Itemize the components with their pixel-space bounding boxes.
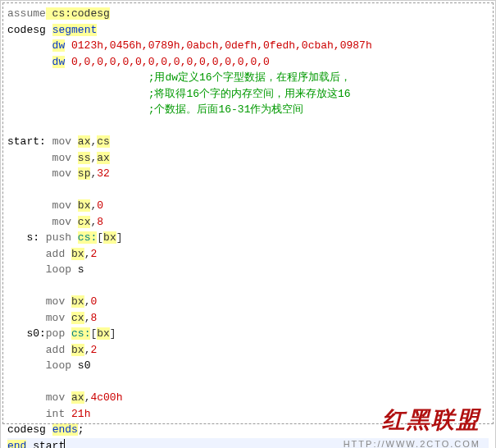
line-loop-s0: loop s0	[7, 358, 489, 374]
line-mov-cx-8-b: mov cx,8	[7, 310, 489, 327]
line-loop-s: loop s	[7, 262, 489, 278]
mnemonic: loop	[46, 359, 71, 372]
num: 32	[97, 167, 110, 180]
loop-target: s0	[78, 359, 91, 372]
blank	[7, 374, 489, 391]
mnemonic: mov	[52, 216, 71, 228]
label-s0: s0:	[26, 327, 45, 340]
watermark-logo: 红黑联盟	[382, 403, 480, 437]
comment: ;个数据。后面16-31作为栈空间	[148, 103, 304, 116]
reg: bx	[97, 327, 110, 340]
num: 2	[90, 344, 97, 356]
dw2-args: 0,0,0,0,0,0,0,0,0,0,0,0,0,0,0,0	[65, 56, 270, 68]
dw1-args: 0123h,0456h,0789h,0abch,0defh,0fedh,0cba…	[65, 39, 371, 52]
kw-segment: segment	[52, 24, 98, 36]
line-s0-pop: s0:pop cs:[bx]	[7, 326, 489, 342]
text-caret	[64, 439, 65, 448]
line-mov-bx-0: mov bx,0	[7, 198, 489, 214]
line-mov-ss-ax: mov ss,ax	[7, 150, 489, 167]
mnemonic: int	[46, 408, 65, 420]
blank	[7, 118, 489, 135]
kw-ends: ends	[52, 423, 78, 436]
line-assume: assume cs:codesg	[7, 6, 489, 22]
line-mov-bx-0-b: mov bx,0	[7, 294, 489, 310]
line-mov-sp-32: mov sp,32	[7, 166, 489, 182]
line-c1: ;用dw定义16个字型数据，在程序加载后，	[7, 70, 489, 86]
bracket: ]	[116, 231, 123, 244]
reg: cx	[71, 312, 84, 324]
segprefix: cs:	[71, 327, 90, 340]
mnemonic: mov	[46, 391, 65, 404]
line-mov-cx-8: mov cx,8	[7, 214, 489, 231]
num: 4c00h	[90, 391, 122, 404]
kw-assume: assume	[7, 7, 46, 20]
kw-end: end	[7, 440, 26, 449]
kw-dw: dw	[52, 56, 66, 68]
reg: sp	[78, 167, 91, 180]
reg: bx	[78, 199, 91, 212]
segprefix: cs:	[78, 231, 97, 244]
mnemonic: mov	[52, 199, 71, 212]
num: 8	[97, 216, 103, 228]
label-s: s:	[26, 231, 39, 244]
label-start: start:	[7, 135, 46, 148]
line-s-push: s: push cs:[bx]	[7, 230, 489, 246]
watermark-url: HTTP://WWW.2CTO.COM	[344, 437, 480, 449]
mnemonic: mov	[46, 295, 65, 308]
reg: bx	[71, 248, 84, 260]
mnemonic: loop	[46, 263, 71, 276]
line-add-bx-2-b: add bx,2	[7, 342, 489, 359]
reg: ax	[71, 391, 84, 404]
blank	[7, 182, 489, 199]
assume-args: cs:codesg	[46, 7, 110, 20]
reg: ax	[97, 152, 110, 164]
num: 8	[90, 312, 97, 324]
mnemonic: push	[46, 231, 71, 244]
reg: cx	[78, 216, 91, 228]
line-dw2: dw 0,0,0,0,0,0,0,0,0,0,0,0,0,0,0,0	[7, 54, 489, 71]
reg: ss	[78, 152, 91, 164]
reg: cs	[97, 135, 110, 148]
line-start-mov-ax-cs: start: mov ax,cs	[7, 134, 489, 150]
mnemonic: mov	[52, 152, 71, 164]
line-add-bx-2: add bx,2	[7, 246, 489, 263]
loop-target: s	[78, 263, 84, 276]
line-dw1: dw 0123h,0456h,0789h,0abch,0defh,0fedh,0…	[7, 38, 489, 54]
reg: bx	[71, 344, 84, 356]
comment: ;用dw定义16个字型数据，在程序加载后，	[148, 71, 351, 84]
mnemonic: add	[46, 248, 65, 260]
line-c3: ;个数据。后面16-31作为栈空间	[7, 102, 489, 118]
mnemonic: mov	[46, 312, 65, 324]
bracket: ]	[110, 327, 116, 340]
bracket: [	[97, 231, 103, 244]
seg-name: codesg	[7, 423, 46, 436]
mnemonic: mov	[52, 135, 71, 148]
num: 0	[90, 295, 97, 308]
num: 0	[97, 199, 103, 212]
line-c2: ;将取得16个字的内存空间，用来存放这16	[7, 86, 489, 103]
comment: ;将取得16个字的内存空间，用来存放这16	[148, 88, 351, 100]
reg: bx	[103, 231, 116, 244]
mnemonic: pop	[46, 327, 65, 340]
reg: bx	[71, 295, 84, 308]
semi: ;	[78, 423, 84, 436]
num: 2	[90, 248, 97, 260]
mnemonic: mov	[52, 167, 71, 180]
seg-name: codesg	[7, 24, 46, 36]
code-block: assume cs:codesg codesg segment dw 0123h…	[7, 6, 489, 448]
mnemonic: add	[46, 344, 65, 356]
line-segment: codesg segment	[7, 22, 489, 39]
blank	[7, 278, 489, 295]
reg: ax	[78, 135, 91, 148]
num: 21h	[71, 408, 90, 420]
kw-dw: dw	[52, 39, 66, 52]
end-arg: start	[26, 440, 65, 449]
